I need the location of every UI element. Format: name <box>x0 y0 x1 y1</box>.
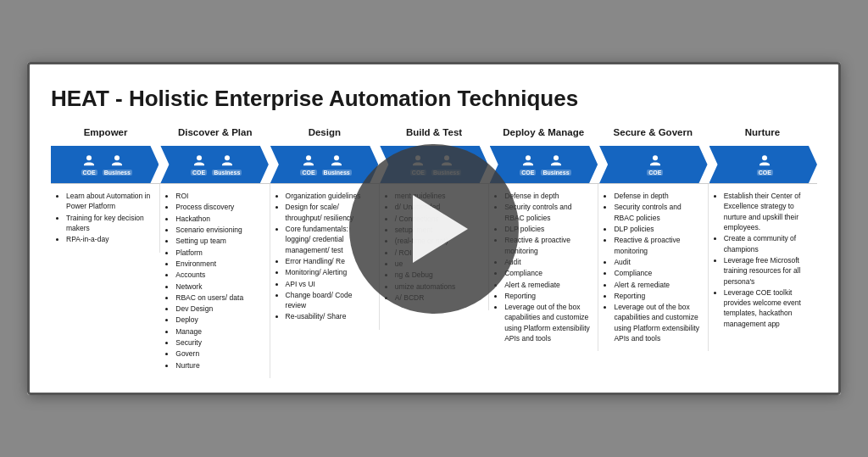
list-item: Compliance <box>614 268 702 278</box>
list-item: Leverage out of the box capabilities and… <box>504 302 593 343</box>
list-item: Audit <box>504 257 593 267</box>
svg-point-1 <box>114 155 120 160</box>
phase-discover-label: Discover & Plan <box>178 127 253 137</box>
list-item: Create a community of champions <box>724 233 812 254</box>
list-item: Govern <box>175 348 264 359</box>
list-item: Nurture <box>175 360 264 371</box>
list-item: Learn about Automation in Power Platform <box>66 191 154 212</box>
phase-design-label: Design <box>309 127 341 137</box>
list-item: RBAC on users/ data <box>175 293 264 303</box>
phase-build-label: Build & Test <box>406 127 462 137</box>
phase-discover: Discover & Plan <box>160 127 270 142</box>
list-item: ROI <box>175 191 264 201</box>
content-discover: ROI Process discovery Hackathon Scenario… <box>160 184 270 378</box>
coe-icon-design: COE <box>300 153 316 176</box>
arrow-deploy: COE Business <box>490 146 598 183</box>
svg-point-0 <box>86 155 92 160</box>
arrow-empower: COE Business <box>51 146 159 183</box>
list-item: Security <box>175 337 264 348</box>
list-item: Reporting <box>504 291 593 301</box>
list-item: Scenario envisioning <box>175 225 264 235</box>
list-item: Defense in depth <box>504 191 593 201</box>
list-item: Process discovery <box>175 202 264 212</box>
phase-secure: Secure & Govern <box>598 127 708 142</box>
phase-build: Build & Test <box>379 127 488 142</box>
phase-deploy-label: Deploy & Manage <box>503 127 584 137</box>
svg-point-9 <box>554 155 559 160</box>
content-secure: Defense in depth Security controls and R… <box>598 184 708 351</box>
list-item: Manage <box>175 326 264 337</box>
list-item: Setting up team <box>175 236 264 246</box>
list-item: Establish their Center of Excellence str… <box>724 191 812 232</box>
main-title: HEAT - Holistic Enterprise Automation Te… <box>51 86 817 112</box>
list-item: Audit <box>614 257 702 267</box>
arrow-discover: COE Business <box>160 146 268 183</box>
list-item: Alert & remediate <box>504 280 593 290</box>
coe-icon-discover: COE <box>191 153 207 176</box>
list-item: Compliance <box>504 268 593 278</box>
phase-empower-label: Empower <box>84 127 128 137</box>
list-item: Platform <box>175 248 264 258</box>
list-item: Leverage COE toolkit provides welcome ev… <box>724 287 812 329</box>
svg-point-5 <box>334 155 339 160</box>
list-item: Reactive & proactive monitoring <box>614 235 702 256</box>
list-item: Re-usability/ Share <box>286 311 374 321</box>
arrow-secure: COE <box>599 146 707 183</box>
list-item: API vs UI <box>286 279 374 289</box>
phase-empower: Empower <box>51 127 160 142</box>
list-item: Hackathon <box>175 214 264 224</box>
business-icon-deploy: Business <box>541 153 570 176</box>
business-icon-empower: Business <box>103 153 132 176</box>
list-item: Security controls and RBAC policies <box>614 202 702 223</box>
video-play-overlay[interactable] <box>349 144 519 314</box>
svg-point-8 <box>526 155 531 160</box>
phase-nurture-label: Nurture <box>745 127 781 137</box>
svg-point-10 <box>653 155 658 160</box>
svg-point-3 <box>225 155 230 160</box>
list-item: Defense in depth <box>614 191 702 201</box>
arrow-nurture: COE <box>709 146 817 183</box>
svg-point-2 <box>197 155 202 160</box>
business-icon-design: Business <box>322 153 352 176</box>
svg-point-4 <box>306 155 311 160</box>
coe-icon-nurture: COE <box>757 153 773 176</box>
list-item: Change board/ Code review <box>286 290 374 311</box>
business-icon-discover: Business <box>212 153 242 176</box>
phase-nurture: Nurture <box>708 127 817 142</box>
list-item: Leverage out of the box capabilities and… <box>614 302 702 343</box>
list-item: Leverage free Microsoft training resourc… <box>724 255 812 287</box>
play-icon <box>413 195 468 263</box>
list-item: DLP policies <box>614 224 702 234</box>
phases-label-row: Empower Discover & Plan Design Build & T… <box>51 127 817 142</box>
arrow-design: COE Business <box>270 146 378 183</box>
coe-icon-secure: COE <box>647 153 663 176</box>
content-nurture: Establish their Center of Excellence str… <box>709 184 817 337</box>
slide-container: HEAT - Holistic Enterprise Automation Te… <box>27 62 841 395</box>
content-empower: Learn about Automation in Power Platform… <box>51 184 160 253</box>
phase-deploy: Deploy & Manage <box>489 127 598 142</box>
coe-icon-deploy: COE <box>520 153 536 176</box>
list-item: Accounts <box>175 270 264 280</box>
phase-design: Design <box>270 127 379 142</box>
list-item: Environment <box>175 259 264 269</box>
list-item: RPA-in-a-day <box>66 234 154 244</box>
list-item: Reporting <box>614 291 702 301</box>
svg-point-11 <box>762 155 767 160</box>
list-item: Training for key decision makers <box>66 213 154 234</box>
phase-secure-label: Secure & Govern <box>614 127 693 137</box>
coe-icon-empower: COE <box>81 153 97 176</box>
list-item: Deploy <box>175 315 264 325</box>
list-item: Alert & remediate <box>614 280 702 290</box>
list-item: Dev Design <box>175 304 264 314</box>
list-item: Network <box>175 281 264 292</box>
